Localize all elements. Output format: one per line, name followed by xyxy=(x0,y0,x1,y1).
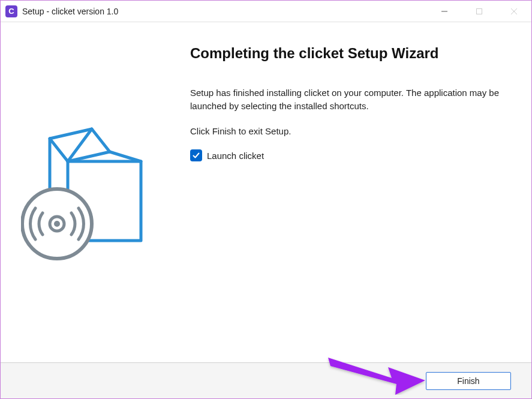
maximize-button xyxy=(462,1,497,22)
maximize-icon xyxy=(476,8,483,15)
box-disc-icon xyxy=(21,121,153,265)
app-icon: C xyxy=(5,5,17,17)
close-icon xyxy=(510,8,518,15)
wizard-body-1: Setup has finished installing clicket on… xyxy=(190,86,515,113)
window-title: Setup - clicket version 1.0 xyxy=(22,7,427,16)
finish-button[interactable]: Finish xyxy=(426,372,511,390)
titlebar: C Setup - clicket version 1.0 xyxy=(1,1,531,22)
side-panel xyxy=(1,22,173,362)
minimize-button[interactable] xyxy=(427,1,462,22)
wizard-body-2: Click Finish to exit Setup. xyxy=(190,125,515,138)
content-area: Completing the clicket Setup Wizard Setu… xyxy=(1,22,531,362)
wizard-heading: Completing the clicket Setup Wizard xyxy=(190,44,515,62)
main-panel: Completing the clicket Setup Wizard Setu… xyxy=(173,22,531,362)
minimize-icon xyxy=(441,8,448,15)
launch-checkbox-row[interactable]: Launch clicket xyxy=(190,149,515,161)
svg-point-6 xyxy=(54,221,60,227)
close-button xyxy=(497,1,531,22)
launch-checkbox-label: Launch clicket xyxy=(207,151,264,161)
window-controls xyxy=(427,1,531,22)
svg-rect-1 xyxy=(477,8,482,14)
launch-checkbox[interactable] xyxy=(190,149,202,161)
footer: Finish xyxy=(1,362,531,398)
installer-window: C Setup - clicket version 1.0 xyxy=(0,0,532,399)
check-icon xyxy=(192,151,200,160)
